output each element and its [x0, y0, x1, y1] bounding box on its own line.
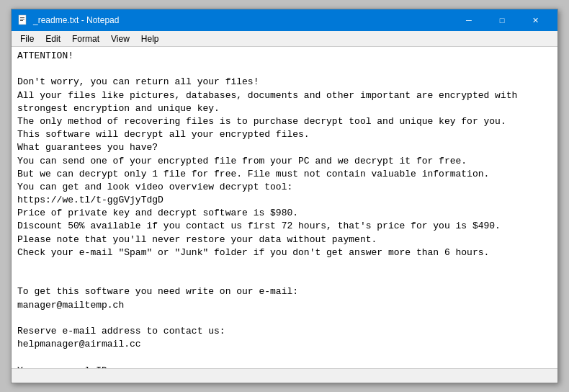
- menu-view[interactable]: View: [105, 32, 135, 45]
- menubar: File Edit Format View Help: [12, 31, 557, 47]
- svg-rect-2: [20, 19, 24, 19]
- file-content: ATTENTION! Don't worry, you can return a…: [17, 50, 552, 368]
- statusbar: [12, 368, 557, 383]
- titlebar: _readme.txt - Notepad ─ □ ✕: [12, 9, 557, 31]
- minimize-button[interactable]: ─: [452, 9, 485, 31]
- notepad-window: _readme.txt - Notepad ─ □ ✕ File Edit Fo…: [11, 9, 558, 383]
- menu-help[interactable]: Help: [135, 32, 165, 45]
- maximize-button[interactable]: □: [485, 9, 519, 31]
- window-icon: [17, 14, 29, 26]
- close-button[interactable]: ✕: [519, 9, 552, 31]
- text-editor-area[interactable]: ATTENTION! Don't worry, you can return a…: [12, 47, 557, 368]
- window-controls: ─ □ ✕: [452, 9, 552, 31]
- menu-file[interactable]: File: [14, 32, 40, 45]
- window-title: _readme.txt - Notepad: [33, 15, 452, 25]
- svg-rect-0: [19, 15, 26, 24]
- menu-format[interactable]: Format: [66, 32, 105, 45]
- svg-rect-3: [20, 20, 23, 21]
- menu-edit[interactable]: Edit: [40, 32, 66, 45]
- svg-rect-1: [20, 17, 24, 18]
